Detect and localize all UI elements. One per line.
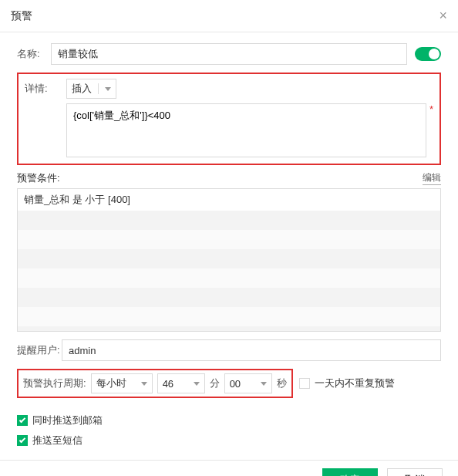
minute-label: 分 — [210, 376, 220, 390]
period-second-value: 00 — [230, 378, 241, 390]
cancel-button[interactable]: 取消 — [387, 468, 443, 476]
norepeat-checkbox-row[interactable]: 一天内不重复预警 — [299, 376, 395, 390]
push-sms-checkbox[interactable] — [17, 435, 28, 446]
detail-section: 详情: 插入 * — [17, 73, 441, 165]
caret-down-icon — [141, 382, 147, 386]
second-label: 秒 — [277, 376, 287, 390]
remind-label: 提醒用户: — [17, 343, 62, 357]
period-second-select[interactable]: 00 — [224, 373, 272, 393]
insert-label: 插入 — [72, 82, 92, 96]
detail-label: 详情: — [25, 82, 59, 96]
norepeat-label: 一天内不重复预警 — [315, 376, 395, 390]
condition-row-empty — [18, 230, 440, 249]
required-star: * — [429, 103, 433, 115]
period-row: 预警执行周期: 每小时 46 分 00 秒 一天内不重复预警 — [17, 369, 441, 406]
remind-row: 提醒用户: — [17, 339, 441, 361]
push-email-label: 同时推送到邮箱 — [32, 414, 103, 427]
check-icon — [19, 437, 25, 443]
detail-row: 详情: 插入 — [25, 79, 433, 99]
insert-dropdown[interactable]: 插入 — [66, 79, 116, 99]
period-label: 预警执行周期: — [23, 376, 86, 390]
name-row: 名称: — [17, 43, 441, 65]
dialog-header: 预警 × — [0, 0, 458, 32]
push-sms-row[interactable]: 推送至短信 — [17, 434, 441, 447]
dialog-footer: 确定 取消 — [0, 460, 458, 476]
period-highlight: 预警执行周期: 每小时 46 分 00 秒 — [17, 369, 293, 398]
caret-down-icon — [105, 87, 111, 91]
conditions-header: 预警条件: 编辑 — [17, 171, 441, 185]
period-unit-value: 每小时 — [96, 376, 126, 390]
caret-down-icon — [261, 382, 267, 386]
norepeat-checkbox[interactable] — [299, 378, 310, 389]
condition-row-empty — [18, 249, 440, 268]
name-label: 名称: — [17, 47, 51, 61]
period-minute-select[interactable]: 46 — [157, 373, 205, 393]
condition-row-empty — [18, 268, 440, 288]
condition-row-empty — [18, 211, 440, 230]
condition-row-empty — [18, 288, 440, 307]
push-email-row[interactable]: 同时推送到邮箱 — [17, 414, 441, 427]
detail-textarea-wrap: * — [66, 103, 433, 157]
remind-user-input[interactable] — [62, 339, 441, 361]
dialog-title: 预警 — [11, 9, 32, 23]
enable-toggle[interactable] — [415, 47, 441, 61]
period-unit-select[interactable]: 每小时 — [91, 373, 153, 393]
condition-row-empty — [18, 307, 440, 326]
name-input[interactable] — [51, 43, 407, 65]
ok-button[interactable]: 确定 — [322, 468, 378, 476]
check-icon — [19, 417, 25, 423]
push-email-checkbox[interactable] — [17, 415, 28, 426]
condition-row-empty — [18, 326, 440, 332]
dialog-body: 名称: 详情: 插入 * 预警条件: 编辑 销量_总和 是 小于 [400] — [0, 32, 458, 460]
close-icon[interactable]: × — [439, 8, 447, 24]
conditions-list: 销量_总和 是 小于 [400] — [17, 188, 441, 332]
edit-conditions-link[interactable]: 编辑 — [423, 171, 441, 185]
period-minute-value: 46 — [163, 378, 173, 390]
divider — [98, 83, 99, 94]
push-sms-label: 推送至短信 — [32, 434, 83, 447]
conditions-label: 预警条件: — [17, 171, 60, 185]
condition-row[interactable]: 销量_总和 是 小于 [400] — [18, 189, 440, 211]
caret-down-icon — [194, 382, 200, 386]
detail-textarea[interactable] — [66, 103, 426, 157]
